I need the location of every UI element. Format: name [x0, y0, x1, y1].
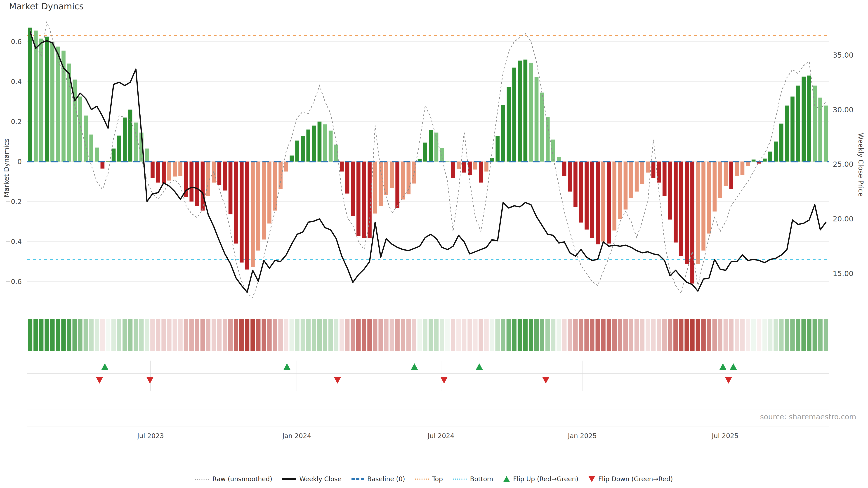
right-axis-tick: 30.00 — [833, 105, 854, 114]
y-axis-tick: 0.2 — [11, 118, 22, 126]
red-down-triangle-icon — [588, 476, 595, 482]
main-chart-svg — [0, 0, 868, 488]
legend: Raw (unsmoothed) Weekly Close Baseline (… — [0, 475, 868, 483]
legend-item-flip-down: Flip Down (Green→Red) — [588, 475, 673, 483]
y-axis-tick: 0.4 — [11, 78, 22, 86]
x-axis-tick: Jul 2024 — [428, 432, 454, 440]
legend-label: Flip Up (Red→Green) — [513, 475, 579, 483]
dotted-gray-line-icon — [195, 479, 209, 480]
right-axis-tick: 20.00 — [833, 215, 854, 223]
legend-item-weekly-close: Weekly Close — [282, 475, 341, 483]
x-axis-tick: Jul 2023 — [137, 432, 164, 440]
legend-label: Bottom — [470, 475, 493, 483]
y-axis-tick: −0.6 — [5, 278, 22, 286]
legend-label: Baseline (0) — [367, 475, 405, 483]
legend-label: Weekly Close — [299, 475, 341, 483]
legend-label: Flip Down (Green→Red) — [598, 475, 673, 483]
solid-black-line-icon — [282, 478, 296, 480]
page-title: Market Dynamics — [9, 1, 84, 11]
legend-item-flip-up: Flip Up (Red→Green) — [503, 475, 579, 483]
y-axis-tick: −0.2 — [5, 198, 22, 205]
legend-item-bottom: Bottom — [453, 475, 493, 483]
y-axis-tick: 0.6 — [11, 38, 22, 46]
x-axis-tick: Jan 2025 — [568, 432, 597, 440]
legend-label: Top — [432, 475, 443, 483]
legend-item-top: Top — [415, 475, 443, 483]
green-up-triangle-icon — [503, 476, 510, 482]
right-axis-tick: 35.00 — [833, 51, 854, 59]
right-axis-title: Weekly Close Price — [857, 97, 865, 233]
x-axis-tick: Jan 2024 — [282, 432, 311, 440]
right-axis-tick: 25.00 — [833, 160, 854, 168]
left-axis-title: Market Dynamics — [2, 100, 10, 236]
legend-item-baseline: Baseline (0) — [351, 475, 405, 483]
y-axis-tick: 0 — [18, 158, 22, 166]
dotted-cyan-line-icon — [453, 479, 467, 480]
right-axis-tick: 15.00 — [833, 269, 854, 278]
dotted-orange-line-icon — [415, 479, 429, 480]
legend-label: Raw (unsmoothed) — [212, 475, 272, 483]
source-credit: source: sharemaestro.com — [760, 413, 856, 421]
legend-item-raw: Raw (unsmoothed) — [195, 475, 272, 483]
market-dynamics-dashboard: Market Dynamics Market Dynamics Weekly C… — [0, 0, 868, 488]
x-axis-tick: Jul 2025 — [712, 432, 739, 440]
y-axis-tick: −0.4 — [5, 238, 22, 246]
dashed-blue-line-icon — [351, 478, 364, 480]
